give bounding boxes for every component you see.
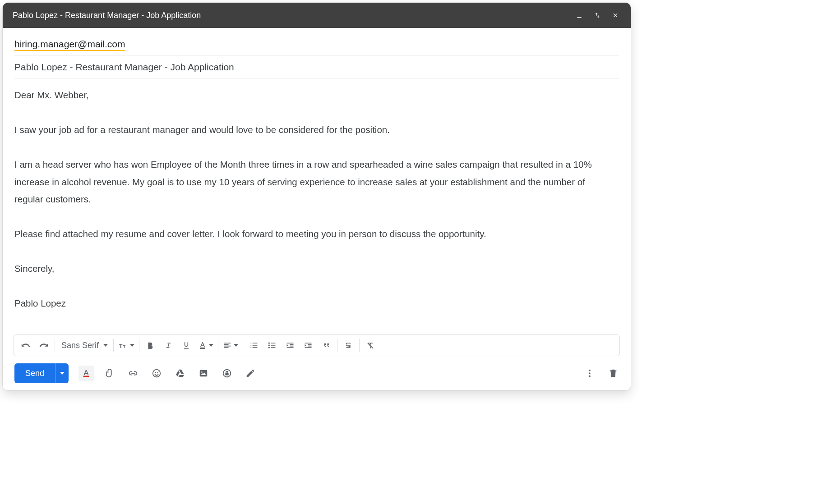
bulleted-list-icon [268, 341, 277, 350]
svg-rect-0 [577, 17, 581, 18]
pen-icon [245, 368, 255, 378]
recipient-chip[interactable]: hiring.manager@mail.com [14, 39, 125, 51]
window-title: Pablo Lopez - Restaurant Manager - Job A… [13, 11, 568, 20]
more-vertical-icon [585, 368, 595, 378]
image-icon [199, 368, 208, 378]
italic-button[interactable] [159, 336, 177, 354]
redo-button[interactable] [35, 336, 53, 354]
to-field[interactable]: hiring.manager@mail.com [14, 32, 619, 55]
compose-window: Pablo Lopez - Restaurant Manager - Job A… [3, 3, 631, 390]
text-format-icon [81, 368, 91, 378]
strikethrough-icon [344, 341, 353, 350]
close-button[interactable] [608, 8, 623, 23]
svg-point-14 [589, 370, 591, 371]
paperclip-icon [105, 368, 115, 378]
svg-point-16 [589, 376, 591, 377]
chevron-down-icon [209, 344, 213, 347]
exit-fullscreen-icon [594, 12, 601, 19]
align-button[interactable] [220, 336, 241, 354]
send-button[interactable]: Send [14, 363, 55, 383]
chevron-down-icon [234, 344, 238, 347]
toolbar-separator [139, 339, 139, 352]
svg-rect-7 [83, 376, 89, 377]
subject-text: Pablo Lopez - Restaurant Manager - Job A… [14, 62, 234, 72]
right-action-icons [582, 366, 621, 381]
redo-icon [39, 340, 49, 350]
popout-button[interactable] [590, 8, 605, 23]
svg-text:T: T [119, 343, 123, 349]
remove-formatting-button[interactable] [361, 336, 379, 354]
svg-point-12 [201, 371, 203, 373]
toolbar-separator [55, 339, 55, 352]
italic-icon [164, 341, 173, 350]
emoji-icon [152, 368, 162, 378]
compose-icons [79, 366, 258, 381]
indent-less-icon [286, 341, 295, 350]
numbered-list-button[interactable] [245, 336, 263, 354]
svg-point-4 [268, 342, 270, 344]
indent-more-icon [304, 341, 313, 350]
drive-icon [175, 368, 185, 378]
minimize-icon [576, 12, 583, 19]
send-options-button[interactable] [55, 363, 69, 383]
compose-bottom-bar: Send [3, 356, 631, 390]
chevron-down-icon [60, 372, 65, 375]
more-options-button[interactable] [582, 366, 597, 381]
insert-emoji-button[interactable] [149, 366, 164, 381]
toolbar-separator [243, 339, 243, 352]
align-left-icon [223, 341, 232, 350]
svg-rect-3 [200, 348, 205, 349]
insert-photo-button[interactable] [196, 366, 211, 381]
body-area: Dear Mx. Webber, I saw your job ad for a… [3, 78, 631, 334]
insert-drive-button[interactable] [172, 366, 188, 381]
svg-point-15 [589, 372, 591, 374]
subject-field[interactable]: Pablo Lopez - Restaurant Manager - Job A… [14, 55, 619, 78]
insert-link-button[interactable] [125, 366, 141, 381]
remove-format-icon [366, 341, 375, 350]
toolbar-separator [218, 339, 218, 352]
toolbar-separator [337, 339, 337, 352]
bold-button[interactable] [141, 336, 159, 354]
font-family-picker[interactable]: Sans Serif [57, 336, 111, 354]
formatting-options-button[interactable] [79, 366, 94, 381]
discard-draft-button[interactable] [605, 366, 621, 381]
numbered-list-icon [249, 341, 259, 350]
confidential-icon [222, 368, 232, 378]
undo-icon [21, 340, 31, 350]
font-size-icon: TT [118, 340, 128, 350]
font-size-button[interactable]: TT [115, 336, 137, 354]
bold-icon [146, 341, 155, 350]
close-icon [612, 12, 619, 19]
strikethrough-button[interactable] [339, 336, 357, 354]
svg-point-5 [268, 344, 270, 346]
text-color-button[interactable] [195, 336, 216, 354]
underline-button[interactable] [177, 336, 195, 354]
trash-icon [608, 368, 618, 378]
svg-point-10 [157, 372, 158, 373]
toolbar-separator [113, 339, 114, 352]
svg-point-6 [268, 347, 270, 348]
svg-point-9 [155, 372, 156, 373]
svg-text:T: T [123, 345, 125, 349]
send-button-group: Send [14, 363, 69, 383]
attach-file-button[interactable] [102, 366, 117, 381]
link-icon [128, 368, 138, 378]
formatting-toolbar: Sans Serif TT [14, 334, 620, 356]
window-titlebar: Pablo Lopez - Restaurant Manager - Job A… [3, 3, 631, 28]
chevron-down-icon [103, 344, 108, 347]
minimize-button[interactable] [572, 8, 587, 23]
toolbar-separator [359, 339, 360, 352]
font-family-label: Sans Serif [61, 341, 99, 350]
quote-icon [322, 341, 331, 350]
text-color-icon [198, 341, 207, 350]
quote-button[interactable] [317, 336, 335, 354]
bulleted-list-button[interactable] [263, 336, 281, 354]
underline-icon [182, 341, 191, 350]
insert-signature-button[interactable] [243, 366, 258, 381]
indent-more-button[interactable] [299, 336, 317, 354]
indent-less-button[interactable] [281, 336, 299, 354]
svg-rect-11 [200, 370, 208, 377]
confidential-mode-button[interactable] [219, 366, 235, 381]
undo-button[interactable] [17, 336, 35, 354]
message-body[interactable]: Dear Mx. Webber, I saw your job ad for a… [14, 87, 619, 334]
